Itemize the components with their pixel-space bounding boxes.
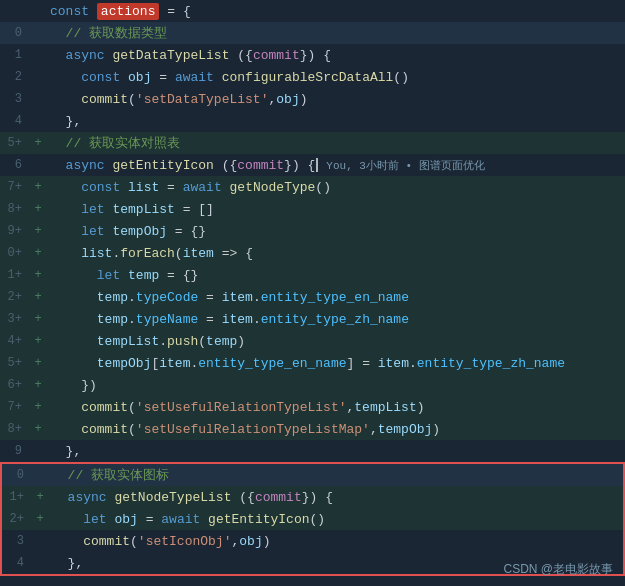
line-number: 8+ (0, 422, 30, 436)
code-line: // 获取实体对照表 (46, 134, 625, 152)
code-line: commit('setUsefulRelationTypeList',tempL… (46, 400, 625, 415)
code-line: let tempObj = {} (46, 224, 625, 239)
line-0: 0 // 获取数据类型 (0, 22, 625, 44)
line-header: const actions = { (0, 0, 625, 22)
line-number: 6 (0, 158, 30, 172)
line-number: 8+ (0, 202, 30, 216)
line-5: 5+ + // 获取实体对照表 (0, 132, 625, 154)
line-17: 7+ + commit('setUsefulRelationTypeList',… (0, 396, 625, 418)
code-line: temp.typeCode = item.entity_type_en_name (46, 290, 625, 305)
line-19: 9 }, (0, 440, 625, 462)
line-10: 0+ + list.forEach(item => { (0, 242, 625, 264)
line-number: 3+ (0, 312, 30, 326)
line-9: 9+ + let tempObj = {} (0, 220, 625, 242)
watermark: CSDN @老电影故事 (503, 561, 613, 578)
line-number: 3 (2, 534, 32, 548)
line-22: 2+ + let obj = await getEntityIcon() (2, 508, 623, 530)
line-number: 4+ (0, 334, 30, 348)
line-14: 4+ + tempList.push(temp) (0, 330, 625, 352)
diff-marker: + (30, 334, 46, 348)
code-line: const obj = await configurableSrcDataAll… (46, 70, 625, 85)
code-line: async getEntityIcon ({commit}) {You, 3小时… (46, 158, 625, 173)
code-line: let obj = await getEntityIcon() (48, 512, 623, 527)
diff-marker: + (30, 356, 46, 370)
code-line: // 获取实体图标 (48, 466, 623, 484)
code-line: // 获取数据类型 (46, 24, 625, 42)
red-outline-section: 0 // 获取实体图标 1+ + async getNodeTypeList (… (0, 462, 625, 576)
code-line: temp.typeName = item.entity_type_zh_name (46, 312, 625, 327)
code-editor: const actions = { 0 // 获取数据类型 1 async ge… (0, 0, 625, 586)
code-line: commit('setUsefulRelationTypeListMap',te… (46, 422, 625, 437)
line-4: 4 }, (0, 110, 625, 132)
line-number: 4 (2, 556, 32, 570)
line-15: 5+ + tempObj[item.entity_type_en_name] =… (0, 352, 625, 374)
line-20: 0 // 获取实体图标 (2, 464, 623, 486)
code-line: async getNodeTypeList ({commit}) { (48, 490, 623, 505)
line-number: 5+ (0, 136, 30, 150)
line-3: 3 commit('setDataTypeList',obj) (0, 88, 625, 110)
code-line: commit('setDataTypeList',obj) (46, 92, 625, 107)
line-number: 4 (0, 114, 30, 128)
line-8: 8+ + let tempList = [] (0, 198, 625, 220)
code-line: list.forEach(item => { (46, 246, 625, 261)
line-number: 0 (2, 468, 32, 482)
line-number: 9+ (0, 224, 30, 238)
diff-marker: + (30, 202, 46, 216)
line-number: 1+ (0, 268, 30, 282)
code-line: const list = await getNodeType() (46, 180, 625, 195)
diff-marker: + (30, 180, 46, 194)
diff-marker: + (30, 136, 46, 150)
diff-marker: + (30, 378, 46, 392)
line-12: 2+ + temp.typeCode = item.entity_type_en… (0, 286, 625, 308)
line-6: 6 async getEntityIcon ({commit}) {You, 3… (0, 154, 625, 176)
line-number: 9 (0, 444, 30, 458)
line-number: 1 (0, 48, 30, 62)
line-23: 3 commit('setIconObj',obj) (2, 530, 623, 552)
line-number: 0+ (0, 246, 30, 260)
line-number: 2+ (0, 290, 30, 304)
diff-marker: + (30, 400, 46, 414)
code-line: }, (46, 114, 625, 129)
line-number: 5+ (0, 356, 30, 370)
line-number: 7+ (0, 180, 30, 194)
code-line: const actions = { (46, 4, 625, 19)
code-line: commit('setIconObj',obj) (48, 534, 623, 549)
diff-marker: + (30, 268, 46, 282)
line-number: 0 (0, 26, 30, 40)
code-line: }) (46, 378, 625, 393)
line-number: 6+ (0, 378, 30, 392)
line-18: 8+ + commit('setUsefulRelationTypeListMa… (0, 418, 625, 440)
diff-marker: + (30, 290, 46, 304)
line-number: 7+ (0, 400, 30, 414)
code-line: let tempList = [] (46, 202, 625, 217)
code-line: tempObj[item.entity_type_en_name] = item… (46, 356, 625, 371)
diff-marker: + (32, 512, 48, 526)
line-1: 1 async getDataTypeList ({commit}) { (0, 44, 625, 66)
code-line: tempList.push(temp) (46, 334, 625, 349)
diff-marker: + (30, 312, 46, 326)
code-line: let temp = {} (46, 268, 625, 283)
diff-marker: + (32, 490, 48, 504)
line-number: 3 (0, 92, 30, 106)
code-line: }, (46, 444, 625, 459)
code-line: async getDataTypeList ({commit}) { (46, 48, 625, 63)
line-11: 1+ + let temp = {} (0, 264, 625, 286)
line-number: 1+ (2, 490, 32, 504)
diff-marker: + (30, 246, 46, 260)
line-number: 2+ (2, 512, 32, 526)
diff-marker: + (30, 422, 46, 436)
line-16: 6+ + }) (0, 374, 625, 396)
line-13: 3+ + temp.typeName = item.entity_type_zh… (0, 308, 625, 330)
diff-marker: + (30, 224, 46, 238)
line-number: 2 (0, 70, 30, 84)
line-7: 7+ + const list = await getNodeType() (0, 176, 625, 198)
line-2: 2 const obj = await configurableSrcDataA… (0, 66, 625, 88)
line-21: 1+ + async getNodeTypeList ({commit}) { (2, 486, 623, 508)
